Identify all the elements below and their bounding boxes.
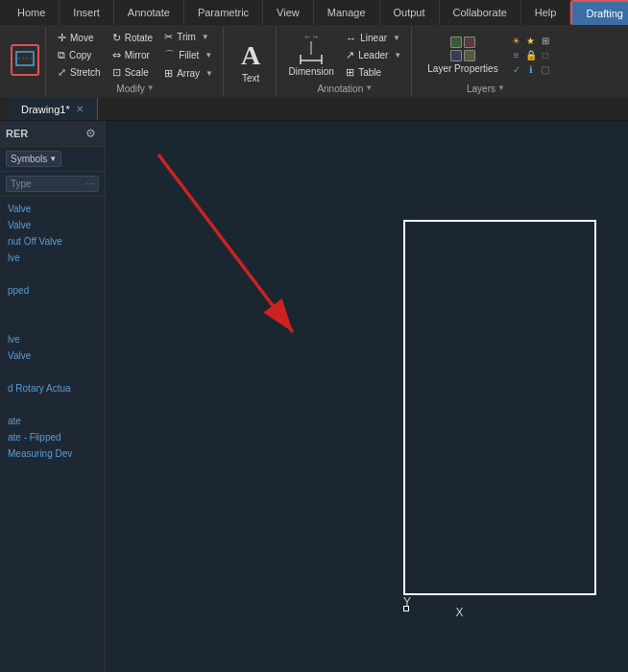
mirror-button[interactable]: ⇔ Mirror <box>109 47 157 63</box>
panel-search-more-icon[interactable]: ··· <box>86 179 94 189</box>
ribbon-group-annotation: ←→ Dimension ↔ Linear ▼ ↗ Leader ▼ ⊞ <box>278 27 412 96</box>
list-item[interactable]: Valve <box>0 201 105 217</box>
origin-marker <box>403 606 409 612</box>
leader-button[interactable]: ↗ Leader ▼ <box>342 47 405 63</box>
fillet-button[interactable]: ⌒ Fillet ▼ <box>160 46 217 64</box>
linear-icon: ↔ <box>346 33 356 44</box>
layer-icon-box: ▢ <box>539 63 552 77</box>
doc-tab-close-icon[interactable]: ✕ <box>76 104 84 114</box>
ribbon-group-text: A Text <box>226 27 277 96</box>
tab-insert[interactable]: Insert <box>60 0 114 25</box>
text-button[interactable]: A Text <box>231 36 270 87</box>
rotate-button[interactable]: ↻ Rotate <box>109 30 157 46</box>
annotation-group-label: Annotation <box>317 82 363 94</box>
doc-tab-label: Drawing1* <box>21 104 70 115</box>
list-item[interactable] <box>0 266 105 282</box>
layer-icon-lock: 🔒 <box>524 49 538 62</box>
annotation-expand-icon[interactable]: ▼ <box>365 84 373 92</box>
layer-icon-check: ✓ <box>510 63 523 77</box>
panel-item-list: Valve Valve nut Off Valve lve pped lve V… <box>0 197 105 672</box>
draw-rectangle-btn[interactable] <box>11 44 39 76</box>
trim-dropdown-icon[interactable]: ▼ <box>202 33 209 41</box>
list-item[interactable]: lve <box>0 250 105 266</box>
tab-parametric[interactable]: Parametric <box>184 0 263 25</box>
tab-collaborate[interactable]: Collaborate <box>440 0 521 25</box>
panel-search-field[interactable]: Type ··· <box>6 176 99 192</box>
modify-right-stack: ↻ Rotate ⇔ Mirror ⊡ Scale <box>109 30 157 81</box>
fillet-icon: ⌒ <box>164 48 175 62</box>
modify-group-footer: Modify ▼ <box>116 82 154 94</box>
layer-icon-layers: ≡ <box>510 49 523 62</box>
layer-right-icons: ☀ ★ ⊞ ≡ 🔒 □ ✓ ℹ ▢ <box>510 35 552 77</box>
layer-properties-icon <box>450 36 475 61</box>
list-item[interactable]: lve <box>0 331 105 348</box>
panel-header: RER ⚙ <box>0 121 105 147</box>
list-item[interactable]: ate - Flipped <box>0 429 105 445</box>
document-tab-bar: Drawing1* ✕ <box>0 98 628 121</box>
doc-tab-drawing1[interactable]: Drawing1* ✕ <box>8 98 98 120</box>
list-item[interactable]: nut Off Valve <box>0 233 105 250</box>
svg-line-8 <box>158 155 293 332</box>
ribbon-tab-bar: Home Insert Annotate Parametric View Man… <box>0 0 628 25</box>
tab-annotate[interactable]: Annotate <box>114 0 184 25</box>
panel-dropdown-chevron: ▼ <box>49 155 57 163</box>
layers-expand-icon[interactable]: ▼ <box>497 84 505 92</box>
move-button[interactable]: ✛ Move <box>54 30 105 46</box>
modify-expand-icon[interactable]: ▼ <box>147 84 155 92</box>
tab-view[interactable]: View <box>263 0 314 25</box>
tab-help[interactable]: Help <box>521 0 571 25</box>
tab-home[interactable]: Home <box>4 0 60 25</box>
linear-dropdown-icon[interactable]: ▼ <box>393 34 400 42</box>
copy-icon: ⧉ <box>58 49 65 61</box>
rectangle-icon <box>14 48 36 69</box>
array-dropdown-icon[interactable]: ▼ <box>205 69 213 78</box>
leader-dropdown-icon[interactable]: ▼ <box>394 51 401 60</box>
layer-properties-label: Layer Properties <box>427 63 497 74</box>
leader-icon: ↗ <box>346 49 354 61</box>
layer-properties-button[interactable]: Layer Properties <box>420 33 505 78</box>
tab-manage[interactable]: Manage <box>314 0 380 25</box>
panel-search-filter-row: Type ··· <box>0 172 105 197</box>
scale-icon: ⊡ <box>112 66 121 79</box>
stretch-button[interactable]: ⤢ Stretch <box>54 64 105 81</box>
dimension-button[interactable]: ←→ Dimension <box>284 34 338 77</box>
rotate-icon: ↻ <box>112 32 121 44</box>
list-item[interactable] <box>0 315 105 331</box>
drawing-canvas: Y X <box>106 121 628 672</box>
panel-symbols-dropdown[interactable]: Symbols ▼ <box>6 151 61 167</box>
list-item[interactable] <box>0 364 105 380</box>
panel-settings-icon[interactable]: ⚙ <box>82 125 99 142</box>
coord-marker-x: X <box>455 606 463 619</box>
stretch-icon: ⤢ <box>58 66 66 79</box>
text-icon: A <box>241 40 260 71</box>
tab-drafting[interactable]: Drafting <box>570 0 628 25</box>
list-item[interactable]: d Rotary Actua <box>0 380 105 396</box>
trim-icon: ✂ <box>164 31 173 43</box>
list-item[interactable]: ate <box>0 413 105 429</box>
canvas-area[interactable]: Y X <box>106 121 628 672</box>
list-item[interactable]: Valve <box>0 217 105 233</box>
list-item[interactable]: pped <box>0 282 105 299</box>
mirror-icon: ⇔ <box>112 49 121 61</box>
trim-button[interactable]: ✂ Trim ▼ <box>160 29 217 45</box>
array-button[interactable]: ⊞ Array ▼ <box>160 65 217 82</box>
list-item[interactable]: Measuring Dev <box>0 445 105 462</box>
copy-button[interactable]: ⧉ Copy <box>54 47 105 63</box>
table-button[interactable]: ⊞ Table <box>342 64 405 81</box>
list-item[interactable] <box>0 396 105 413</box>
modify-far-stack: ✂ Trim ▼ ⌒ Fillet ▼ ⊞ Array ▼ <box>160 29 217 82</box>
layer-icon-grid: ⊞ <box>539 35 552 48</box>
list-item[interactable] <box>0 299 105 315</box>
panel-search-row: Symbols ▼ <box>0 147 105 172</box>
scale-button[interactable]: ⊡ Scale <box>109 64 157 81</box>
drawn-rectangle <box>403 220 596 594</box>
fillet-dropdown-icon[interactable]: ▼ <box>205 51 212 60</box>
layers-group-label: Layers <box>467 82 495 94</box>
panel-dropdown-label: Symbols <box>11 154 47 164</box>
list-item[interactable]: Valve <box>0 348 105 364</box>
text-label: Text <box>242 73 259 84</box>
left-panel: RER ⚙ Symbols ▼ Type ··· Valve Valve nut… <box>0 121 106 672</box>
tab-output[interactable]: Output <box>380 0 440 25</box>
linear-button[interactable]: ↔ Linear ▼ <box>342 31 405 46</box>
move-icon: ✛ <box>58 32 66 44</box>
